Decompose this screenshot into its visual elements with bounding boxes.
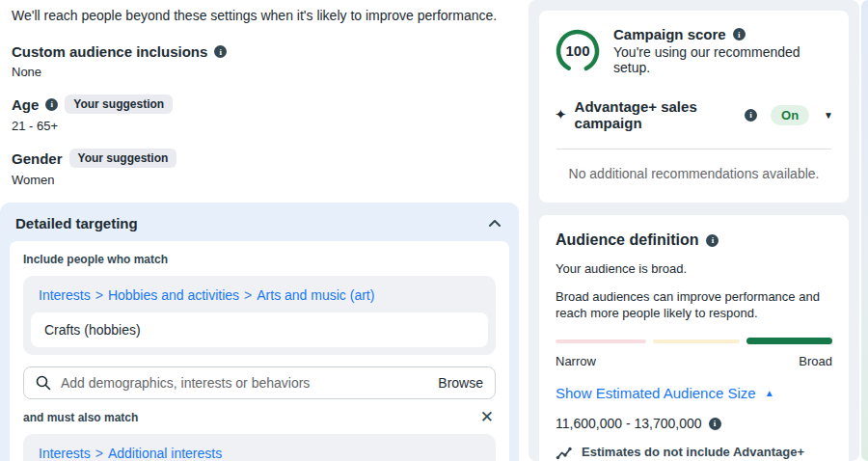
- divider: [556, 149, 831, 149]
- custom-audience-value: None: [12, 65, 507, 79]
- advantage-status-badge[interactable]: On: [771, 105, 809, 125]
- custom-audience-label: Custom audience inclusions: [12, 43, 207, 60]
- trend-chart-icon: [556, 446, 573, 460]
- breadcrumb-separator: >: [244, 287, 252, 303]
- audience-broad-description: Broad audiences can improve performance …: [556, 288, 832, 321]
- audience-definition-card: Audience definition i Your audience is b…: [539, 215, 849, 461]
- detailed-targeting-title: Detailed targeting: [15, 215, 138, 231]
- breadcrumb-separator: >: [95, 287, 103, 303]
- targeting-search-input[interactable]: [61, 375, 428, 391]
- campaign-score-subtitle: You're using our recommended setup.: [613, 44, 833, 75]
- detailed-targeting-editor: Include people who match Interests>Hobbi…: [10, 241, 509, 461]
- advantage-campaign-row: ✦ Advantage+ sales campaign i On ▼: [555, 98, 833, 131]
- breadcrumb-link-hobbies[interactable]: Hobbies and activities: [108, 287, 239, 303]
- meter-segment-middle: [653, 339, 740, 343]
- show-estimated-audience-size-link: Show Estimated Audience Size: [556, 385, 756, 401]
- targeting-entry-crafts[interactable]: Crafts (hobbies): [31, 312, 488, 347]
- estimate-footnote-text: Estimates do not include Advantage+ audi…: [582, 445, 832, 461]
- targeting-group-narrow: Interests>Additional interests Handmade …: [23, 434, 496, 461]
- age-suggestion-badge: Your suggestion: [65, 95, 173, 114]
- chevron-up-icon: [488, 214, 502, 231]
- chevron-down-icon[interactable]: ▼: [824, 110, 833, 121]
- info-icon[interactable]: i: [214, 45, 227, 58]
- age-setting: Age i Your suggestion 21 - 65+: [12, 95, 507, 133]
- meter-narrow-label: Narrow: [556, 354, 596, 368]
- campaign-score-gauge: 100: [555, 28, 601, 74]
- gender-value: Women: [12, 173, 507, 187]
- breadcrumb-separator: >: [95, 446, 103, 461]
- info-icon[interactable]: i: [745, 109, 757, 122]
- no-recommendations-text: No additional recommendations available.: [555, 166, 833, 181]
- audience-settings-panel: We'll reach people beyond these settings…: [0, 0, 519, 461]
- targeting-group-include: Interests>Hobbies and activities>Arts an…: [23, 276, 496, 355]
- breadcrumb-link-additional-interests[interactable]: Additional interests: [108, 446, 222, 461]
- breadcrumb-link-interests[interactable]: Interests: [39, 446, 91, 461]
- collapse-section-button[interactable]: [488, 214, 502, 231]
- audience-expansion-note: We'll reach people beyond these settings…: [12, 8, 507, 23]
- audience-broad-status: Your audience is broad.: [556, 261, 832, 276]
- browse-button[interactable]: Browse: [438, 375, 483, 391]
- gender-label: Gender: [12, 150, 63, 167]
- info-icon[interactable]: i: [733, 28, 746, 41]
- campaign-score-value: 100: [555, 28, 601, 74]
- detailed-targeting-section: Detailed targeting Include people who ma…: [0, 203, 519, 461]
- close-icon: ✕: [480, 408, 494, 426]
- chevron-up-icon: ▲: [765, 388, 774, 398]
- search-icon: [36, 375, 51, 391]
- breadcrumb: Interests>Additional interests: [31, 443, 488, 461]
- custom-audience-setting: Custom audience inclusions i None: [12, 43, 507, 79]
- campaign-score-card: 100 Campaign score i You're using our re…: [539, 11, 849, 203]
- advantage-campaign-label: Advantage+ sales campaign: [575, 98, 738, 131]
- campaign-score-title: Campaign score: [613, 26, 726, 42]
- recommendations-panel: 100 Campaign score i You're using our re…: [529, 0, 859, 461]
- breadcrumb-link-arts-music[interactable]: Arts and music (art): [257, 287, 374, 303]
- narrow-audience-row: and must also match ✕: [23, 411, 494, 424]
- info-icon[interactable]: i: [706, 234, 719, 247]
- adjacent-panel-edge: [861, 0, 868, 461]
- audience-definition-meter: [556, 338, 832, 344]
- estimated-audience-size-row: 11,600,000 - 13,700,000 i: [556, 416, 832, 431]
- meter-segment-broad-active: [746, 338, 833, 344]
- estimated-audience-size-value: 11,600,000 - 13,700,000: [556, 416, 702, 431]
- breadcrumb: Interests>Hobbies and activities>Arts an…: [31, 285, 488, 312]
- breadcrumb-link-interests[interactable]: Interests: [39, 287, 91, 303]
- gender-setting: Gender Your suggestion Women: [12, 149, 507, 187]
- audience-definition-title: Audience definition: [556, 231, 698, 249]
- ads-manager-audience-screen: We'll reach people beyond these settings…: [0, 0, 868, 461]
- meter-broad-label: Broad: [799, 354, 832, 368]
- targeting-search-bar: Browse: [23, 366, 496, 399]
- estimate-footnote-row: Estimates do not include Advantage+ audi…: [556, 445, 832, 461]
- include-match-label: Include people who match: [23, 253, 496, 266]
- remove-narrowing-button[interactable]: ✕: [480, 411, 494, 424]
- age-value: 21 - 65+: [12, 119, 507, 133]
- show-estimated-audience-size-toggle[interactable]: Show Estimated Audience Size ▲: [556, 385, 832, 401]
- info-icon[interactable]: i: [45, 98, 58, 111]
- age-label: Age: [12, 96, 39, 113]
- gender-suggestion-badge: Your suggestion: [69, 149, 177, 168]
- must-also-match-label: and must also match: [23, 411, 138, 424]
- meter-segment-narrow: [556, 339, 646, 343]
- info-icon[interactable]: i: [709, 418, 721, 430]
- advantage-plus-icon: ✦: [555, 106, 567, 123]
